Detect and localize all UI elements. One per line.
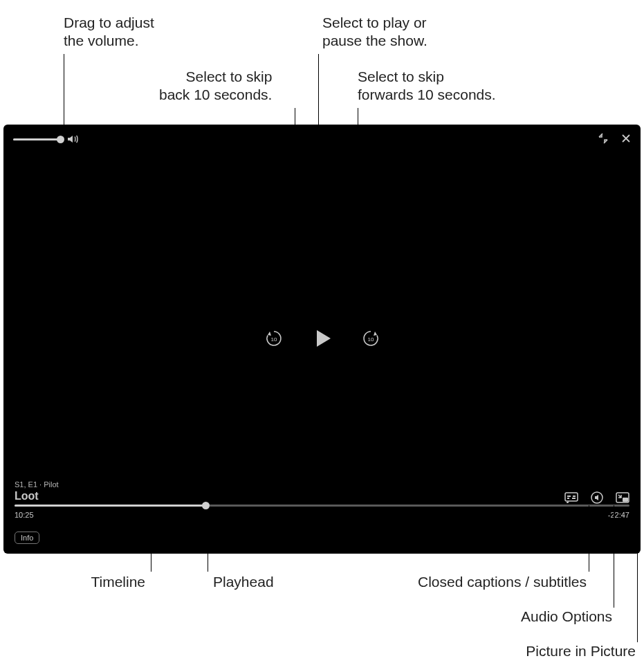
callout-playpause: Select to play orpause the show. — [322, 14, 427, 51]
callout-timeline: Timeline — [91, 573, 145, 591]
play-pause-button[interactable] — [311, 327, 334, 350]
leader — [151, 519, 151, 572]
svg-text:10: 10 — [367, 336, 374, 343]
timeline-fill — [15, 505, 205, 507]
svg-text:10: 10 — [270, 336, 277, 343]
volume-slider-knob[interactable] — [57, 136, 64, 143]
pip-icon[interactable] — [616, 492, 629, 503]
callout-pip: Picture in Picture — [526, 642, 636, 660]
exit-fullscreen-icon[interactable] — [598, 133, 609, 144]
svg-rect-2 — [565, 493, 578, 501]
leader — [637, 505, 638, 642]
skip-back-10-button[interactable]: 10 — [265, 329, 283, 347]
timeline[interactable] — [15, 505, 629, 507]
callout-volume: Drag to adjustthe volume. — [64, 14, 154, 51]
callout-fwd10: Select to skipforwards 10 seconds. — [358, 68, 496, 105]
leader — [589, 505, 589, 572]
callout-cc: Closed captions / subtitles — [418, 573, 587, 591]
callout-audio: Audio Options — [521, 608, 612, 626]
time-elapsed: 10:25 — [15, 511, 34, 519]
volume-slider-fill — [13, 138, 60, 140]
time-remaining: -22:47 — [608, 511, 629, 519]
close-icon[interactable] — [621, 134, 631, 143]
video-player: 10 10 S1, E1 · Pilot Loot — [3, 125, 641, 554]
show-title: Loot — [15, 490, 59, 502]
callout-playhead: Playhead — [213, 573, 274, 591]
audio-options-icon[interactable] — [591, 491, 603, 504]
episode-label: S1, E1 · Pilot — [15, 480, 59, 489]
svg-rect-5 — [623, 498, 628, 502]
leader — [614, 505, 614, 608]
callout-back10: Select to skipback 10 seconds. — [159, 68, 272, 105]
volume-control[interactable] — [13, 134, 80, 144]
playhead[interactable] — [202, 502, 210, 509]
volume-icon — [67, 134, 80, 144]
skip-forward-10-button[interactable]: 10 — [362, 329, 380, 347]
info-button[interactable]: Info — [15, 532, 39, 544]
volume-slider-track[interactable] — [13, 138, 63, 140]
leader — [208, 519, 208, 572]
subtitles-icon[interactable] — [564, 492, 578, 503]
